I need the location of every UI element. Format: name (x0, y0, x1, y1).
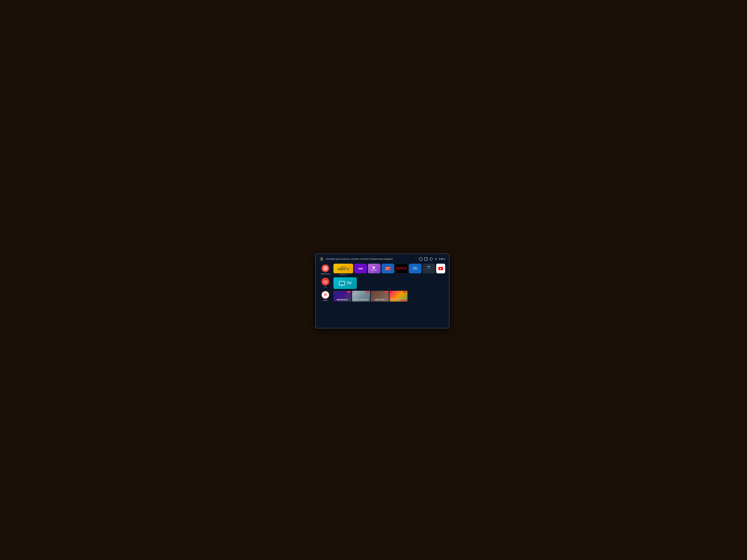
svg-rect-9 (340, 282, 344, 285)
settings-icon[interactable]: ⚙ (435, 258, 437, 261)
tcl-img: TCL CHANNEL (409, 264, 421, 273)
room-background: Опитайте да потърсите „romantic comedies… (293, 219, 454, 341)
top-bar: Опитайте да потърсите „romantic comedies… (319, 257, 446, 262)
tv-outer: Опитайте да потърсите „romantic comedies… (315, 254, 449, 329)
svg-rect-2 (321, 257, 321, 259)
apps-grid-icon (324, 266, 327, 270)
prime-smile-icon: ⌣ (428, 269, 429, 271)
pinocchio-title: PINOCCHIO (375, 299, 385, 301)
smartiptv-text: SmartIPTV (386, 267, 390, 270)
tv-section: TV (333, 277, 446, 289)
sidebar-item-netflix[interactable]: N Netflix (321, 291, 329, 301)
wednesday-title: WEDNESDAY (337, 299, 348, 301)
netflix-thumb-pinocchio[interactable]: N TOP 10 PINOCCHIO (371, 291, 389, 301)
tv-icon-circle (321, 278, 329, 286)
netflix-thumb-harry[interactable]: N TOP 10 HARRY MEGHAN (352, 291, 370, 301)
svg-rect-6 (324, 281, 327, 283)
netflix-n-badge-3: N (371, 291, 373, 293)
svg-rect-10 (341, 285, 343, 286)
netflix-thumb-toohot[interactable]: N TOP 10 TOO HOT TO HA... New Season (389, 291, 407, 301)
svg-rect-3 (322, 257, 322, 259)
networx-img: eNetWorx Digital TV (333, 264, 353, 273)
clock-display: 1:54 ч. (439, 258, 446, 260)
deplayer-play-icon (373, 266, 376, 269)
networx-main-text: Digital TV (338, 268, 349, 270)
prime-text: prime (427, 266, 431, 267)
search-area: Опитайте да потърсите „romantic comedies… (319, 257, 419, 262)
tv-big-tile-text: TV (347, 281, 352, 285)
app-tile-tcl[interactable]: TCL CHANNEL (409, 264, 421, 273)
apps-row: eNetWorx Digital TV Networx TV max (333, 264, 446, 275)
youtube-img (436, 264, 445, 273)
sidebar-item-tv[interactable]: TV (321, 278, 329, 288)
mic-icon[interactable] (319, 257, 324, 262)
app-tile-netflix[interactable]: NETFLIX (395, 264, 408, 273)
app-tile-smartiptv[interactable]: SmartIPTV (382, 264, 394, 273)
tcl-text: TCL (413, 267, 417, 269)
netflix-content-row: N TOP 10 WEDNESDAY N TOP 10 HARRY MEGHAN (333, 291, 446, 301)
netflix-n-badge-2: N (353, 291, 354, 293)
app-tile-networx[interactable]: eNetWorx Digital TV Networx TV (333, 264, 353, 275)
sidebar: Приложения TV (319, 264, 332, 326)
prime-video-text: video (427, 267, 431, 269)
app-tile-youtube[interactable] (436, 264, 445, 273)
input-icon[interactable]: → (424, 258, 428, 261)
tv-label: TV (324, 286, 327, 288)
deplayer-text: De Player (371, 269, 377, 271)
new-season-badge: New Season (401, 300, 407, 301)
netflix-label: Netflix (323, 299, 328, 301)
smartiptv-inner: SmartIPTV (385, 267, 391, 270)
harrymeghan-title: HARRY MEGHAN (354, 299, 368, 301)
main-content: Приложения TV (319, 264, 446, 326)
top-icons: i → ⚙ 1:54 ч. (419, 257, 446, 261)
prime-img: prime video ⌣ (422, 264, 435, 273)
netflix-n-icon: N (324, 293, 327, 297)
netflix-icon-circle: N (321, 291, 329, 299)
networx-label: Networx TV (340, 274, 347, 275)
top10-badge-3: TOP 10 (384, 291, 388, 293)
top10-badge-1: TOP 10 (347, 291, 351, 293)
smartiptv-img: SmartIPTV (382, 264, 394, 273)
sidebar-item-apps[interactable]: Приложения (321, 264, 330, 275)
tv-small-icon (323, 279, 328, 284)
netflix-logo-text: NETFLIX (396, 267, 407, 270)
netflix-thumb-wednesday[interactable]: N TOP 10 WEDNESDAY (333, 291, 352, 301)
info-icon[interactable]: i (419, 257, 422, 261)
top10-badge-2: TOP 10 (366, 291, 369, 293)
app-tile-deplayer[interactable]: De Player (368, 264, 381, 273)
tv-big-icon (339, 280, 345, 286)
netflix-section: N TOP 10 WEDNESDAY N TOP 10 HARRY MEGHAN (333, 291, 446, 326)
top10-badge-4: TOP 10 (403, 291, 407, 293)
tcl-sub-text: CHANNEL (412, 269, 418, 270)
netflix-n-badge-4: N (390, 291, 391, 293)
search-prompt-text: Опитайте да потърсите „romantic comedies… (326, 258, 393, 260)
netflix-n-badge-1: N (334, 291, 335, 293)
deplayer-img: De Player (368, 264, 381, 273)
content-area: eNetWorx Digital TV Networx TV max (333, 264, 446, 326)
tv-big-tile[interactable]: TV (333, 277, 357, 289)
youtube-play-button (438, 267, 443, 270)
tv-screen: Опитайте да потърсите „romantic comedies… (316, 254, 449, 328)
shield-icon[interactable] (429, 257, 433, 261)
svg-rect-7 (325, 283, 326, 284)
hbomax-logo-text: max (358, 267, 363, 270)
youtube-play-icon (440, 268, 442, 269)
app-tile-prime[interactable]: prime video ⌣ (422, 264, 435, 273)
netflix-img: NETFLIX (395, 264, 408, 273)
app-tile-hbomax[interactable]: max (354, 264, 367, 273)
apps-label: Приложения (321, 273, 330, 275)
hbomax-img: max (354, 264, 367, 273)
apps-icon-circle (321, 264, 329, 272)
